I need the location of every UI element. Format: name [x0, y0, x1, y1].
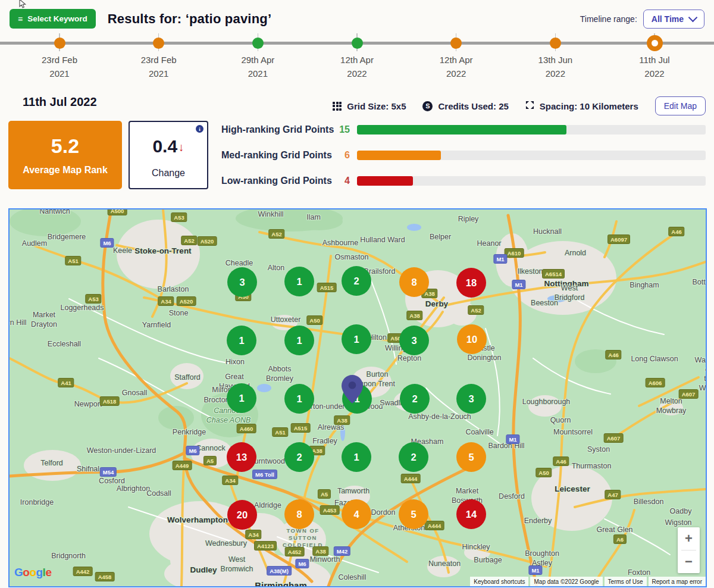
bar-label: High-ranking Grid Points — [221, 124, 334, 135]
grid-point-marker[interactable]: 14 — [456, 499, 486, 529]
map-town-label: Abbots Bromley — [266, 365, 293, 383]
road-badge: M1 — [512, 280, 525, 289]
map-town-label: Alton — [268, 264, 285, 273]
grid-point-marker[interactable]: 3 — [227, 267, 257, 297]
map-town-label: Dudley — [190, 565, 217, 576]
edit-map-button[interactable]: Edit Map — [655, 96, 706, 115]
map-town-label: Melton Mowbray — [656, 397, 687, 415]
grid-point-marker[interactable]: 1 — [342, 324, 371, 354]
map-town-label: Loggerheads — [61, 304, 104, 313]
road-badge: A6097 — [607, 234, 630, 244]
road-badge: A449 — [173, 461, 192, 470]
timeline-date-label: 29th Apr 2021 — [222, 54, 293, 80]
zoom-out-button[interactable]: − — [678, 551, 700, 573]
grid-point-marker[interactable]: 8 — [284, 499, 314, 529]
map-town-label: Ilkeston — [517, 267, 543, 277]
grid-point-marker[interactable]: 3 — [399, 326, 429, 355]
map-town-label: Thurmaston — [572, 462, 612, 471]
grid-point-marker[interactable]: 4 — [342, 499, 371, 529]
map-attribution: Keyboard shortcutsMap data ©2022 GoogleT… — [468, 577, 706, 586]
grid-point-marker[interactable]: 2 — [284, 442, 314, 472]
timeline-dot[interactable] — [450, 37, 462, 49]
grid-icon-dot — [333, 108, 335, 111]
map-town-label: Quorn — [550, 416, 571, 426]
attribution-link[interactable]: Terms of Use — [605, 577, 647, 586]
grid-point-marker[interactable]: 1 — [284, 267, 314, 296]
map-town-label: Ashby-de-la-Zouch — [408, 412, 471, 422]
road-badge: A453 — [320, 505, 340, 515]
map-town-label: Nantwich — [39, 208, 70, 217]
timeline-dot[interactable] — [153, 37, 164, 49]
timeline-date-label: 12th Apr 2022 — [421, 54, 492, 80]
road-badge: M1 — [506, 434, 519, 444]
timeline-dot[interactable] — [352, 37, 363, 49]
map-town-label: Shifnal — [77, 465, 99, 474]
road-badge: A607 — [679, 389, 699, 399]
map-town-label: Burbage — [474, 556, 502, 565]
grid-icon-dot — [336, 108, 339, 111]
map-town-label: Hucknall — [533, 227, 562, 237]
grid-point-marker[interactable]: 20 — [227, 500, 257, 530]
map-town-label: Penkridge — [173, 428, 206, 437]
road-badge: A444 — [425, 521, 444, 530]
grid-point-marker[interactable]: 8 — [399, 267, 429, 297]
map-town-label: Telford — [40, 459, 63, 468]
grid-point-marker[interactable]: 2 — [400, 384, 430, 414]
map-town-label: Long Clawson — [631, 355, 678, 364]
grid-point-marker[interactable]: 5 — [456, 442, 486, 472]
attribution-link[interactable]: Report a map error — [649, 577, 706, 586]
map-town-label: Eccleshall — [48, 340, 81, 349]
road-badge: M42 — [334, 546, 350, 556]
grid-point-marker[interactable]: 1 — [227, 326, 256, 355]
map-town-label: Bridgnorth — [51, 552, 86, 561]
road-badge: A46 — [605, 350, 621, 359]
map-town-label: Codsall — [146, 489, 171, 499]
google-logo-letter: o — [29, 566, 36, 578]
zoom-in-button[interactable]: + — [678, 527, 700, 550]
info-icon[interactable]: i — [196, 125, 203, 133]
timeline-dot[interactable] — [54, 37, 65, 49]
timeline-dot[interactable] — [252, 37, 264, 49]
grid-point-marker[interactable]: 1 — [284, 326, 314, 355]
grid-point-bars: High-ranking Grid Points15Med-ranking Gr… — [221, 123, 706, 200]
timeline-dot[interactable] — [550, 37, 561, 49]
map-town-label: TOWN OF SUTTON COLDFIELD — [283, 527, 323, 549]
road-badge: M6 — [100, 238, 114, 248]
attribution-link[interactable]: Keyboard shortcuts — [470, 577, 528, 586]
map-town-label: Market Drayton — [31, 311, 57, 329]
google-logo[interactable]: Google — [14, 566, 51, 579]
grid-point-marker[interactable]: 5 — [399, 499, 428, 529]
road-badge: A5 — [203, 456, 217, 465]
road-badge: A4123 — [254, 541, 277, 551]
map-canvas[interactable]: Google Keyboard shortcutsMap data ©2022 … — [8, 208, 707, 587]
timeline-dot[interactable] — [647, 35, 663, 51]
grid-point-marker[interactable]: 1 — [284, 384, 314, 414]
map-town-label: Syston — [587, 445, 610, 455]
road-badge: M6 Toll — [252, 470, 277, 479]
map-zoom-control: + − — [678, 527, 700, 573]
grid-icon-dot — [339, 105, 342, 107]
grid-point-marker[interactable]: 1 — [227, 383, 256, 413]
bar-label: Med-ranking Grid Points — [221, 150, 334, 161]
map-town-label: Uttoxeter — [271, 315, 301, 325]
change-value: 0.4 — [152, 136, 177, 156]
meta-item-label: Grid Size: 5x5 — [347, 101, 406, 111]
bar-value: 4 — [334, 176, 350, 186]
report-meta: Grid Size: 5x5SCredits Used: 25Spacing: … — [333, 96, 706, 115]
road-badge: A606 — [646, 378, 665, 387]
road-badge: A444 — [401, 474, 421, 483]
center-location-pin-icon — [342, 375, 363, 404]
grid-point-marker[interactable]: 1 — [342, 442, 371, 472]
grid-point-marker[interactable]: 18 — [456, 268, 486, 298]
road-badge: A38 — [406, 311, 422, 320]
grid-point-marker[interactable]: 10 — [457, 324, 487, 354]
map-town-label: Wigston — [665, 518, 691, 528]
grid-icon-dot — [339, 102, 342, 104]
grid-point-marker[interactable]: 2 — [342, 266, 371, 296]
road-badge: A520 — [198, 236, 217, 246]
change-label: Change — [130, 168, 207, 179]
grid-point-marker[interactable]: 3 — [456, 384, 486, 414]
grid-point-marker[interactable]: 2 — [399, 442, 428, 472]
grid-point-marker[interactable]: 13 — [227, 442, 256, 472]
map-town-label: Stone — [169, 309, 189, 318]
